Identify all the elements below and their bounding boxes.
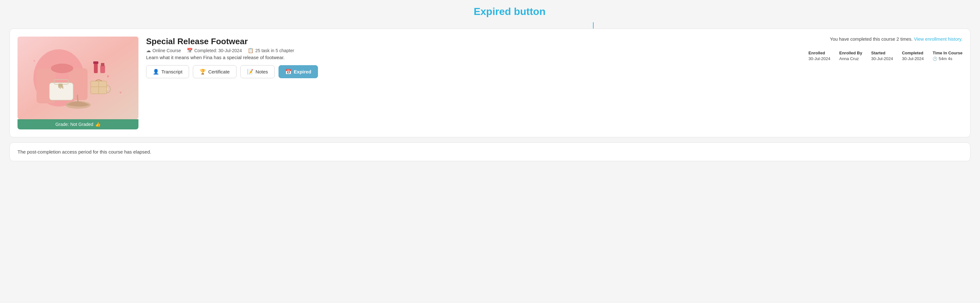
stat-time-label: Time In Course xyxy=(932,51,963,56)
course-info-section: Special Release Footwear ☁ Online Course… xyxy=(146,36,801,78)
clock-icon: 🕐 xyxy=(932,57,937,61)
stat-started-value: 30-Jul-2024 xyxy=(871,56,893,61)
stat-enrolled: Enrolled 30-Jul-2024 xyxy=(808,51,830,61)
tasks-label: 25 task in 5 chapter xyxy=(255,48,294,53)
annotation-label: Expired button xyxy=(474,6,546,17)
certificate-button[interactable]: 🏆 Certificate xyxy=(193,65,237,78)
stats-row: Enrolled 30-Jul-2024 Enrolled By Anna Cr… xyxy=(808,51,963,61)
course-type-meta: ☁ Online Course xyxy=(146,48,181,53)
notification-message: The post-completion access period for th… xyxy=(18,149,151,154)
stat-started-label: Started xyxy=(871,51,893,56)
svg-rect-14 xyxy=(100,65,105,73)
transcript-icon: 👤 xyxy=(153,69,159,75)
completion-text: You have completed this course 2 times. … xyxy=(830,36,963,42)
expired-calendar-icon: 📅 xyxy=(285,69,291,75)
svg-text:♥: ♥ xyxy=(119,90,122,95)
notes-label: Notes xyxy=(256,69,268,75)
stat-completed-value: 30-Jul-2024 xyxy=(902,56,924,61)
transcript-label: Transcript xyxy=(161,69,182,75)
course-card: ♥ ♥ ♥ Grade: Not Graded 👍 xyxy=(10,29,970,137)
card-top-row: ♥ ♥ ♥ Grade: Not Graded 👍 xyxy=(18,36,963,129)
expired-button[interactable]: 📅 Expired xyxy=(278,65,318,78)
certificate-label: Certificate xyxy=(208,69,230,75)
stat-started: Started 30-Jul-2024 xyxy=(871,51,893,61)
action-buttons: 👤 Transcript 🏆 Certificate 📝 Notes 📅 Exp… xyxy=(146,65,801,78)
stat-completed: Completed 30-Jul-2024 xyxy=(902,51,924,61)
course-description: Learn what it means when Fina has a spec… xyxy=(146,55,801,60)
svg-rect-15 xyxy=(101,63,104,66)
svg-text:♥: ♥ xyxy=(107,74,109,79)
course-thumbnail: ♥ ♥ ♥ xyxy=(18,36,138,119)
certificate-icon: 🏆 xyxy=(200,69,206,75)
svg-text:♥: ♥ xyxy=(33,59,35,63)
grade-label: Grade: Not Graded xyxy=(56,122,93,127)
svg-rect-13 xyxy=(93,61,99,64)
stat-enrolled-value: 30-Jul-2024 xyxy=(808,56,830,61)
expired-label: Expired xyxy=(294,69,311,75)
stat-enrolled-by: Enrolled By Anna Cruz xyxy=(839,51,862,61)
stat-completed-label: Completed xyxy=(902,51,924,56)
completed-date-meta: 📅 Completed: 30-Jul-2024 xyxy=(187,48,242,53)
svg-point-4 xyxy=(51,63,73,73)
calendar-icon: 📅 xyxy=(187,48,193,53)
notification-box: The post-completion access period for th… xyxy=(10,143,970,161)
thumbs-up-icon: 👍 xyxy=(95,122,100,127)
thumbnail-illustration: ♥ ♥ ♥ xyxy=(18,36,138,119)
course-meta: ☁ Online Course 📅 Completed: 30-Jul-2024… xyxy=(146,48,801,53)
stat-time-in-course: Time In Course 🕐 54m 4s xyxy=(932,51,963,61)
stat-time-value: 🕐 54m 4s xyxy=(932,56,963,61)
completed-date-label: Completed: 30-Jul-2024 xyxy=(194,48,242,53)
course-thumbnail-wrapper: ♥ ♥ ♥ Grade: Not Graded 👍 xyxy=(18,36,138,129)
list-icon: 📋 xyxy=(248,48,254,53)
stat-enrolled-by-value: Anna Cruz xyxy=(839,56,862,61)
notes-icon: 📝 xyxy=(247,69,253,75)
tasks-meta: 📋 25 task in 5 chapter xyxy=(248,48,294,53)
completion-message: You have completed this course 2 times. xyxy=(830,36,913,42)
notes-button[interactable]: 📝 Notes xyxy=(240,65,275,78)
stat-enrolled-label: Enrolled xyxy=(808,51,830,56)
svg-line-11 xyxy=(77,95,78,102)
cloud-icon: ☁ xyxy=(146,48,151,53)
transcript-button[interactable]: 👤 Transcript xyxy=(146,65,189,78)
course-type-label: Online Course xyxy=(153,48,181,53)
stat-enrolled-by-label: Enrolled By xyxy=(839,51,862,56)
course-title: Special Release Footwear xyxy=(146,36,801,46)
grade-bar: Grade: Not Graded 👍 xyxy=(18,119,138,129)
view-history-link[interactable]: View enrollment history. xyxy=(914,36,963,42)
right-panel: You have completed this course 2 times. … xyxy=(808,36,963,61)
